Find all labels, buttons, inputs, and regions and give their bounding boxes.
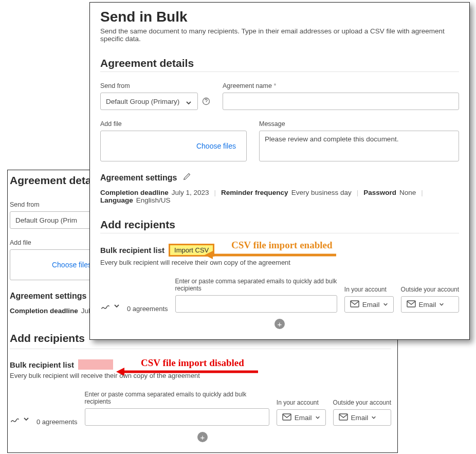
- bulk-recipient-desc-back: Every bulk recipient will receive their …: [8, 372, 397, 379]
- completion-deadline-key-back: Completion deadline: [10, 307, 78, 315]
- outside-account-email-button[interactable]: Email: [401, 296, 459, 313]
- email-hint-label-back: Enter or paste comma separated emails to…: [85, 391, 269, 405]
- svg-rect-1: [339, 414, 347, 420]
- chevron-down-icon: [315, 414, 320, 422]
- agreement-name-input[interactable]: [223, 93, 459, 110]
- agreements-count-back: 0 agreements: [36, 418, 78, 426]
- message-label: Message: [259, 120, 459, 128]
- chevron-down-icon[interactable]: [114, 302, 120, 311]
- language-val: English/US: [136, 196, 171, 204]
- choose-files-link[interactable]: Choose files: [196, 142, 236, 150]
- email-hint-label: Enter or paste comma separated emails to…: [175, 278, 337, 292]
- mail-icon: [407, 300, 416, 309]
- outside-account-label-back: Outside your account: [333, 399, 391, 406]
- language-key: Language: [100, 196, 133, 204]
- pen-icon: [100, 300, 111, 313]
- import-csv-disabled-placeholder: [78, 359, 113, 370]
- password-val: None: [399, 189, 416, 196]
- add-row-button[interactable]: +: [274, 319, 285, 329]
- add-file-label-back: Add file: [10, 239, 92, 246]
- bulk-email-input-back[interactable]: [85, 408, 269, 426]
- pencil-icon[interactable]: [183, 173, 191, 183]
- file-dropzone-back[interactable]: Choose files: [10, 249, 92, 280]
- outside-account-email-button-back[interactable]: Email: [333, 409, 391, 426]
- send-from-select-back[interactable]: Default Group (Primary): [10, 211, 92, 229]
- reminder-key: Reminder frequency: [221, 189, 288, 196]
- bulk-email-input[interactable]: [175, 295, 337, 313]
- svg-rect-0: [283, 414, 291, 420]
- mail-icon: [339, 413, 348, 422]
- add-file-label: Add file: [100, 120, 247, 128]
- agreement-settings-heading-back: Agreement settings: [10, 292, 86, 301]
- add-recipients-heading: Add recipients: [100, 219, 459, 233]
- chevron-down-icon: [439, 301, 444, 308]
- bulk-recipient-list-label-back: Bulk recipient list: [10, 360, 74, 369]
- bulk-recipient-desc: Every bulk recipient will receive their …: [100, 259, 459, 266]
- send-from-label: Send from: [100, 82, 210, 89]
- agreements-count: 0 agreements: [127, 305, 168, 313]
- in-account-label: In your account: [344, 286, 394, 293]
- bulk-recipient-list-label: Bulk recipient list: [100, 246, 164, 255]
- in-account-email-button[interactable]: Email: [344, 296, 394, 313]
- svg-rect-4: [407, 301, 415, 307]
- choose-files-link-back[interactable]: Choose files: [52, 261, 91, 269]
- pen-icon-back: [10, 413, 20, 426]
- reminder-val: Every business day: [291, 189, 352, 196]
- agreement-details-heading: Agreement details: [100, 57, 459, 72]
- mail-icon: [282, 413, 291, 422]
- foreground-panel: Send in Bulk Send the same document to m…: [89, 2, 470, 340]
- import-csv-button[interactable]: Import CSV: [169, 244, 214, 257]
- agreement-settings-heading: Agreement settings: [100, 173, 177, 183]
- agreement-name-label: Agreement name *: [223, 82, 459, 89]
- send-from-select[interactable]: Default Group (Primary): [100, 93, 198, 110]
- completion-deadline-val: July 1, 2023: [172, 189, 209, 196]
- add-row-button-back[interactable]: +: [197, 432, 208, 442]
- annotation-text-enabled: CSV file import enabled: [231, 240, 333, 251]
- in-account-email-button-back[interactable]: Email: [277, 409, 326, 426]
- message-textarea[interactable]: Please review and complete this document…: [259, 131, 459, 161]
- chevron-down-icon: [371, 414, 376, 422]
- send-from-label-back: Send from: [10, 201, 92, 208]
- password-key: Password: [363, 189, 396, 196]
- help-icon[interactable]: [202, 97, 210, 105]
- page-title: Send in Bulk: [100, 9, 459, 25]
- completion-deadline-key: Completion deadline: [100, 189, 169, 196]
- outside-account-label: Outside your account: [401, 286, 459, 293]
- chevron-down-icon-back[interactable]: [23, 415, 29, 424]
- annotation-text-disabled: CSV file import disabled: [141, 357, 244, 369]
- file-dropzone[interactable]: Choose files: [100, 131, 247, 161]
- svg-rect-3: [351, 301, 359, 307]
- mail-icon: [350, 300, 359, 309]
- page-subtitle: Send the same document to many recipient…: [100, 27, 459, 43]
- chevron-down-icon: [383, 301, 388, 308]
- in-account-label-back: In your account: [277, 399, 326, 406]
